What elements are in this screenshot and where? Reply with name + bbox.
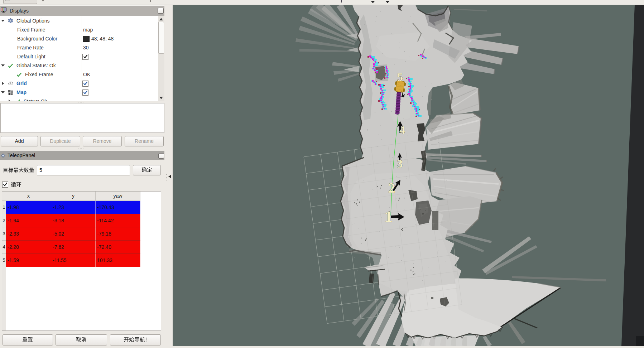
svg-text:5: 5 — [397, 71, 403, 83]
svg-text:4: 4 — [399, 124, 405, 136]
svg-text:3: 3 — [397, 157, 403, 170]
svg-text:2: 2 — [388, 180, 395, 195]
svg-text:1: 1 — [385, 208, 393, 226]
